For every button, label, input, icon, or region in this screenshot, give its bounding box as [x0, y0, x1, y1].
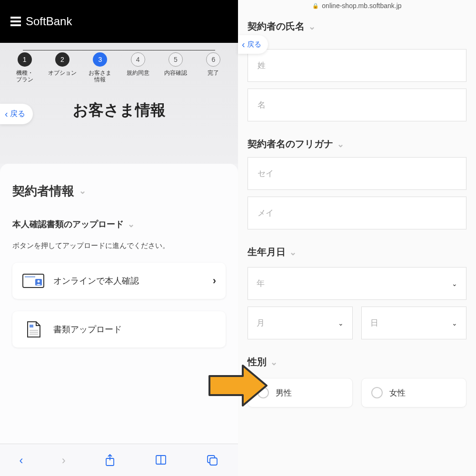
upload-heading: 本人確認書類のアップロード ⌄ [12, 218, 226, 230]
step-5: 5内容確認 [159, 52, 193, 76]
step-dot: 6 [206, 52, 220, 67]
progress-stepper: 1機種・ プラン2オプション3お客さま 情報4規約同意5内容確認6完了 お客さま… [0, 43, 238, 164]
chevron-down-icon: ⌄ [79, 186, 86, 196]
step-label: お客さま 情報 [89, 69, 111, 83]
page-title: お客さま情報 [0, 83, 238, 149]
content-card: 契約者情報 ⌄ 本人確認書類のアップロード ⌄ ボタンを押してアップロードに進ん… [0, 164, 238, 476]
section-heading: 契約者情報 ⌄ [12, 183, 226, 199]
svg-rect-10 [210, 458, 217, 465]
step-label: 規約同意 [127, 69, 149, 76]
document-upload-button[interactable]: 書類アップロード [12, 311, 226, 347]
year-select[interactable]: 年⌄ [248, 267, 466, 300]
online-verify-button[interactable]: オンラインで本人確認 › [12, 263, 226, 299]
gender-female-radio[interactable]: 女性 [361, 378, 466, 407]
month-select[interactable]: 月⌄ [248, 307, 353, 339]
radio-icon [371, 387, 383, 398]
surname-kana-input[interactable]: セイ [248, 157, 466, 190]
upload-hint: ボタンを押してアップロードに進んでください。 [12, 241, 226, 250]
id-card-icon [22, 271, 45, 290]
nav-back-icon[interactable]: ‹ [20, 454, 23, 467]
chevron-down-icon: ⌄ [338, 319, 344, 327]
chevron-down-icon: ⌄ [308, 21, 316, 32]
step-dot: 3 [93, 52, 107, 67]
back-label: 戻る [247, 40, 261, 49]
firstname-kana-input[interactable]: メイ [248, 197, 466, 229]
share-icon[interactable] [104, 454, 116, 467]
safari-toolbar: ‹ › [0, 444, 238, 476]
step-4: 4規約同意 [121, 52, 155, 76]
url-bar: 🔒 online-shop.mb.softbank.jp [248, 0, 466, 18]
svg-rect-1 [25, 276, 35, 278]
gender-heading: 性別 ⌄ [248, 356, 466, 368]
chevron-down-icon: ⌄ [452, 280, 457, 288]
back-label: 戻る [10, 109, 25, 119]
arrow-annotation [205, 359, 271, 412]
lock-icon: 🔒 [312, 3, 319, 9]
step-label: 完了 [208, 69, 219, 76]
option-label: オンラインで本人確認 [53, 275, 204, 287]
step-dot: 4 [131, 52, 145, 67]
svg-point-3 [38, 280, 40, 282]
step-label: 内容確認 [164, 69, 187, 76]
kana-heading: 契約者名のフリガナ ⌄ [248, 138, 466, 150]
chevron-down-icon: ⌄ [289, 247, 297, 258]
app-header: SoftBank [0, 0, 238, 43]
step-6: 6完了 [196, 52, 230, 76]
day-select[interactable]: 日⌄ [361, 307, 466, 339]
chevron-down-icon: ⌄ [270, 357, 278, 367]
firstname-input[interactable]: 名 [248, 89, 466, 121]
back-button[interactable]: ‹ 戻る [238, 35, 268, 54]
step-dot: 5 [169, 52, 183, 67]
right-screen: 🔒 online-shop.mb.softbank.jp 契約者の氏名 ⌄ ‹ … [238, 0, 476, 476]
nav-forward-icon[interactable]: › [62, 454, 66, 467]
chevron-left-icon: ‹ [242, 39, 245, 50]
chevron-left-icon: ‹ [5, 109, 8, 119]
step-2: 2オプション [45, 52, 79, 76]
back-button[interactable]: ‹ 戻る [0, 104, 33, 124]
chevron-down-icon: ⌄ [337, 139, 344, 149]
step-1: 1機種・ プラン [8, 52, 42, 83]
chevron-down-icon: ⌄ [128, 219, 135, 229]
step-label: オプション [48, 69, 77, 76]
bookmarks-icon[interactable] [154, 455, 168, 466]
name-heading: 契約者の氏名 ⌄ [248, 20, 466, 33]
tabs-icon[interactable] [206, 454, 218, 466]
svg-rect-4 [30, 325, 33, 327]
chevron-down-icon: ⌄ [452, 319, 457, 327]
menu-icon[interactable] [10, 17, 21, 26]
step-3: 3お客さま 情報 [83, 52, 117, 83]
dob-heading: 生年月日 ⌄ [248, 246, 466, 258]
chevron-right-icon: › [213, 275, 216, 287]
step-dot: 1 [18, 52, 32, 67]
surname-input[interactable]: 姓 [248, 49, 466, 82]
brand-logo: SoftBank [26, 15, 72, 28]
step-label: 機種・ プラン [16, 69, 33, 83]
step-dot: 2 [55, 52, 69, 67]
left-screen: SoftBank 1機種・ プラン2オプション3お客さま 情報4規約同意5内容確… [0, 0, 238, 476]
option-label: 書類アップロード [53, 324, 216, 335]
document-icon [22, 320, 45, 339]
